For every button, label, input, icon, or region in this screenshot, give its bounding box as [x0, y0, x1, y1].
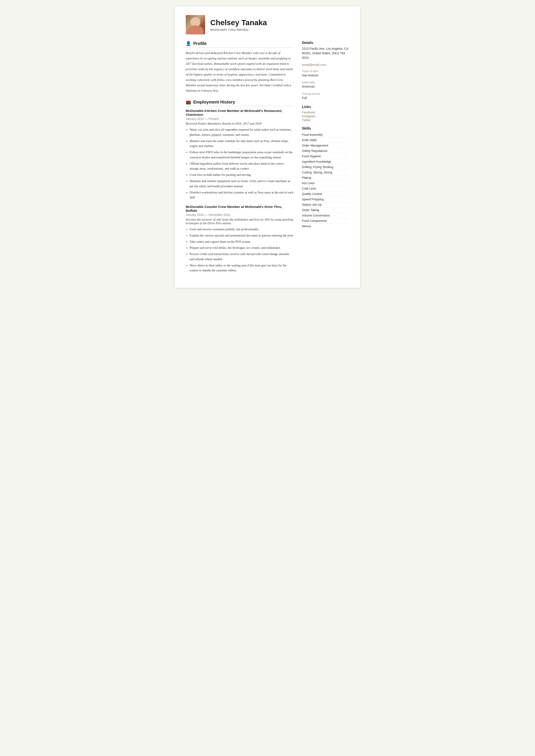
facebook-link[interactable]: Facebook — [302, 111, 349, 114]
skill-item: Quality Control — [302, 191, 349, 197]
list-item: Follow strict FIFO rules in the hamburge… — [190, 150, 293, 160]
list-item: Take orders and capture them on the POS … — [190, 239, 293, 244]
skill-item: Plating — [302, 175, 349, 181]
skill-item: Safety Regulations — [302, 148, 349, 154]
resume-container: Chelsey Tanaka McDonald's Crew Member 👤 … — [175, 7, 360, 288]
right-column: Details 1515 Pacific Ave, Los Angeles, C… — [302, 41, 349, 279]
job-1-title: McDonalds Kitchen Crew Member at McDonal… — [186, 109, 293, 117]
left-column: 👤 Profile Results-driven and dedicated K… — [186, 41, 293, 279]
employment-section-title: 💼 Employment History — [186, 99, 293, 106]
skill-item: Order Management — [302, 143, 349, 148]
list-item: Wash, cut, trim and slice all vegetables… — [190, 127, 293, 137]
skill-item: Speed Prepping — [302, 197, 349, 202]
birth-group: Place of birth San Antonio — [302, 70, 349, 78]
skill-item: Food Assembly — [302, 132, 349, 137]
list-item: Maintain and sanitize equipment such as … — [190, 179, 293, 189]
list-item: Explain the various specials and promoti… — [190, 233, 293, 238]
list-item: Show diners to their tables or the waiti… — [190, 263, 293, 273]
links-section: Links Facebook Instagram Twitter — [302, 105, 349, 122]
list-item: Disinfect workstations and kitchen count… — [190, 190, 293, 200]
job-2-note: Increase the turnover of side items like… — [186, 218, 293, 225]
profile-section-title: 👤 Profile — [186, 41, 293, 48]
driving-value: Full — [302, 96, 349, 100]
skill-item: Hot Lines — [302, 181, 349, 186]
list-item: Monitor and track the order schedule for… — [190, 139, 293, 149]
header-text: Chelsey Tanaka McDonald's Crew Member — [210, 18, 267, 31]
skill-item: Knife Skills — [302, 137, 349, 143]
avatar — [186, 15, 205, 35]
job-1-date: January 2019 — Present — [186, 117, 293, 121]
job-2: McDonalds Counter Crew Member at McDonal… — [186, 205, 293, 273]
address-group: 1515 Pacific Ave, Los Angeles, CA 90291,… — [302, 46, 349, 60]
links-title: Links — [302, 105, 349, 109]
skill-item: Station Set-Up — [302, 202, 349, 208]
skill-item: Cold Lines — [302, 186, 349, 191]
nationality-label: Nationality — [302, 81, 349, 84]
skill-item: Grilling, Frying, Broiling — [302, 164, 349, 170]
profile-text: Results-driven and dedicated Kitchen Cre… — [186, 50, 293, 94]
email-group: email@email.com — [302, 63, 349, 67]
profile-section: 👤 Profile Results-driven and dedicated K… — [186, 41, 293, 94]
details-title: Details — [302, 41, 349, 45]
skill-item: Volume Conversions — [302, 213, 349, 218]
job-2-title: McDonalds Counter Crew Member at McDonal… — [186, 205, 293, 212]
skill-item: Order Taking — [302, 208, 349, 213]
skills-title: Skills — [302, 126, 349, 130]
email-link[interactable]: email@email.com — [302, 63, 349, 67]
job-1-list: Wash, cut, trim and slice all vegetables… — [186, 127, 293, 200]
main-layout: 👤 Profile Results-driven and dedicated K… — [186, 41, 349, 279]
driving-label: Driving license — [302, 92, 349, 95]
skill-item: Ingredient Knowledge — [302, 159, 349, 164]
job-2-date: January 2016 — December 2018 — [186, 213, 293, 216]
header: Chelsey Tanaka McDonald's Crew Member — [186, 15, 349, 35]
skill-item: Food Hygiene — [302, 154, 349, 159]
employment-icon: 💼 — [186, 99, 191, 104]
birth-label: Place of birth — [302, 70, 349, 73]
profile-icon: 👤 — [186, 41, 191, 46]
twitter-link[interactable]: Twitter — [302, 118, 349, 122]
skill-item: Food Components — [302, 218, 349, 224]
candidate-name: Chelsey Tanaka — [210, 18, 267, 27]
job-1-note: Received Perfect Attendance Awards in 20… — [186, 122, 293, 126]
instagram-link[interactable]: Instagram — [302, 115, 349, 118]
skill-item: Cutting, Slicing, Dicing — [302, 170, 349, 175]
candidate-subtitle: McDonald's Crew Member — [210, 28, 267, 31]
avatar-image — [186, 15, 205, 35]
employment-section: 💼 Employment History McDonalds Kitchen C… — [186, 99, 293, 273]
details-section: Details 1515 Pacific Ave, Los Angeles, C… — [302, 41, 349, 100]
job-1: McDonalds Kitchen Crew Member at McDonal… — [186, 109, 293, 200]
skill-item: Menus — [302, 224, 349, 229]
list-item: Cook fries in bulk bathes for packing an… — [190, 172, 293, 178]
address-value: 1515 Pacific Ave, Los Angeles, CA 90291,… — [302, 46, 349, 60]
list-item: Prepare and serve cold drinks, hot bever… — [190, 245, 293, 250]
nationality-value: American — [302, 84, 349, 89]
skills-section: Skills Food Assembly Knife Skills Order … — [302, 126, 349, 229]
nationality-group: Nationality American — [302, 81, 349, 89]
list-item: Offload ingredient pallets from delivery… — [190, 161, 293, 172]
list-item: Process credit card transactions, receiv… — [190, 252, 293, 262]
list-item: Greet and receive customers politely and… — [190, 227, 293, 232]
job-2-list: Greet and receive customers politely and… — [186, 227, 293, 273]
driving-group: Driving license Full — [302, 92, 349, 100]
birth-value: San Antonio — [302, 73, 349, 78]
